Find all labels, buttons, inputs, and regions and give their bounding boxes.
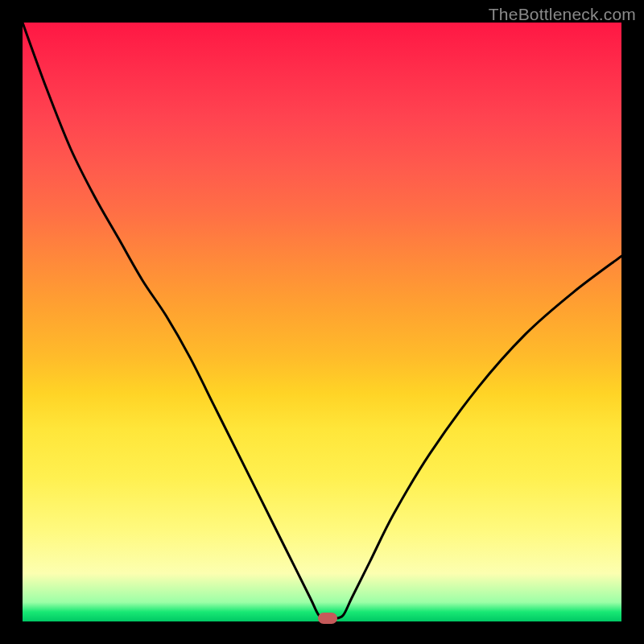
chart-frame: TheBottleneck.com [0,0,644,644]
optimum-marker [318,613,337,624]
bottleneck-curve [23,23,621,621]
watermark-text: TheBottleneck.com [489,5,636,24]
plot-area [23,23,621,621]
